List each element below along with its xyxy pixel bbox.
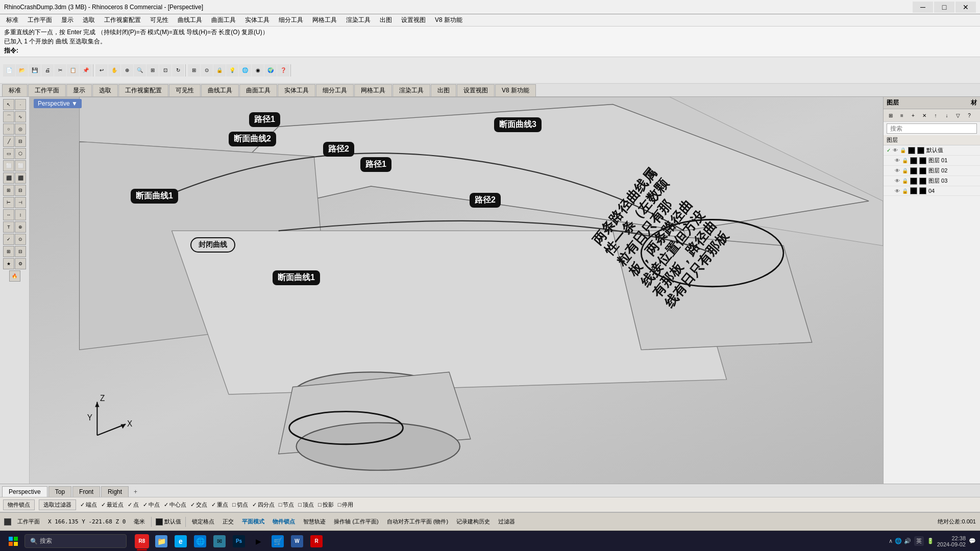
menu-chitu[interactable]: 出图 [376,15,396,26]
tray-lang[interactable]: 英 [914,536,924,546]
lt-rect1[interactable]: ▭ [3,148,14,159]
tb-cut[interactable]: ✂ [54,64,66,77]
lt-fire[interactable]: 🔥 [9,270,20,282]
status-gumball[interactable]: 操作轴 (工作平面) [332,517,380,527]
menu-wanggeggongju[interactable]: 网格工具 [308,15,341,26]
status-material-color[interactable]: 默认值 [156,518,181,525]
snap-vertex[interactable]: □顶点 [298,501,314,509]
status-filter[interactable]: 过滤器 [496,517,517,527]
tb-paste[interactable]: 📌 [80,64,92,77]
lt-t1[interactable]: T [3,221,14,233]
tab-chitu[interactable]: 出图 [431,84,456,96]
tb-lock[interactable]: 🔒 [213,64,226,77]
lt-dim2[interactable]: ⊣ [15,197,26,208]
rp-btn-up[interactable]: ↑ [930,110,941,120]
start-button[interactable] [4,532,22,550]
lt-t2[interactable]: ⊕ [15,221,26,233]
tb-help[interactable]: ❓ [277,64,289,77]
status-workplane[interactable]: 工作平面 [15,517,42,527]
snap-section-objsnap[interactable]: 物件锁点 [3,499,35,510]
taskbar-rhino-badge[interactable]: R8 [133,532,151,550]
tb-zoom-win[interactable]: 🔍 [134,64,146,77]
tray-volume[interactable]: 🔊 [904,538,911,544]
lt-grid1[interactable]: ⊞ [3,246,14,257]
view-tab-right[interactable]: Right [101,486,129,497]
lt-circle1[interactable]: ○ [3,123,14,135]
taskbar-app-mail[interactable]: ✉ [210,532,229,550]
tab-xifen[interactable]: 细分工具 [316,84,354,96]
tb-save[interactable]: 💾 [29,64,41,77]
viewport-perspective-label[interactable]: Perspective ▼ [34,99,82,108]
status-smarttrack[interactable]: 智慧轨迹 [301,517,328,527]
tb-undo[interactable]: ↩ [95,64,108,77]
status-history[interactable]: 记录建构历史 [454,517,492,527]
lt-rect2[interactable]: ⬡ [15,148,26,159]
snap-point[interactable]: ✓点 [128,501,139,509]
tb-print[interactable]: 🖨 [41,64,54,77]
tab-xuanqu[interactable]: 选取 [92,84,118,96]
lt-curve1[interactable]: ⌒ [3,111,14,122]
snap-disable[interactable]: □停用 [338,501,354,509]
menu-xifengongju[interactable]: 细分工具 [275,15,307,26]
menu-gongzuoshichuang[interactable]: 工作视窗配置 [100,15,145,26]
lt-solid1[interactable]: ⬛ [3,172,14,184]
snap-midpoint[interactable]: ✓中点 [143,501,160,509]
lt-line2[interactable]: ⊟ [15,136,26,147]
rp-btn-delete[interactable]: ✕ [919,110,929,120]
menu-qumianggongju[interactable]: 曲面工具 [207,15,240,26]
snap-endpoint[interactable]: ✓端点 [80,501,97,509]
tab-shiti[interactable]: 实体工具 [278,84,315,96]
status-unit[interactable]: 毫米 [132,517,147,527]
lt-surf1[interactable]: ⬜ [3,160,14,171]
tray-chevron[interactable]: ∧ [889,538,893,544]
tb-zoom2[interactable]: ⊡ [159,64,172,77]
snap-knot[interactable]: □节点 [279,501,295,509]
snap-nearest[interactable]: ✓最近点 [101,501,124,509]
menu-biaozhun[interactable]: 标准 [2,15,22,26]
rp-btn-list[interactable]: ≡ [897,110,907,120]
tab-v8[interactable]: V8 新功能 [495,84,536,96]
tb-open[interactable]: 📂 [16,64,28,77]
tb-light[interactable]: 💡 [226,64,238,77]
tab-xuanran[interactable]: 渲染工具 [393,84,430,96]
tb-cursor[interactable]: ⊕ [121,64,133,77]
view-tab-front[interactable]: Front [72,486,100,497]
menu-shitijongju[interactable]: 实体工具 [241,15,274,26]
taskbar-app-store[interactable]: 🛒 [268,532,287,550]
layer-row-02[interactable]: 👁 🔒 图层 02 [884,166,980,176]
snap-project[interactable]: □投影 [318,501,334,509]
layer-row-default[interactable]: ✓ 👁 🔒 默认值 [884,145,980,156]
taskbar-clock[interactable]: 22:38 2024-09-02 [937,535,966,547]
tray-notification[interactable]: 💬 [969,538,976,544]
lt-extra2[interactable]: ⊙ [15,234,26,245]
status-color-swatch[interactable] [4,518,11,525]
lt-extra1[interactable]: ✓ [3,234,14,245]
tb-grid[interactable]: ⊞ [188,64,200,77]
tb-material[interactable]: ◉ [252,64,264,77]
lt-spec1[interactable]: ★ [3,258,14,269]
tab-biaozhun[interactable]: 标准 [2,84,28,96]
snap-intersect[interactable]: ✓交点 [190,501,207,509]
layer-row-01[interactable]: 👁 🔒 图层 01 [884,156,980,166]
status-lockgrid[interactable]: 锁定格点 [190,517,216,527]
menu-shezhi[interactable]: 设置视图 [397,15,430,26]
tb-new[interactable]: 📄 [3,64,15,77]
status-autoalign[interactable]: 自动对齐工作平面 (物件) [385,517,450,527]
snap-section-filter[interactable]: 选取过滤器 [39,499,76,510]
tab-qumian[interactable]: 曲面工具 [239,84,277,96]
taskbar-app-file[interactable]: 📁 [152,532,170,550]
lt-line1[interactable]: ╱ [3,136,14,147]
tb-snap[interactable]: ⊙ [201,64,213,77]
lt-trans2[interactable]: ↕ [15,209,26,220]
tab-wangge[interactable]: 网格工具 [354,84,392,96]
rp-btn-help[interactable]: ? [964,110,974,120]
taskbar-search[interactable]: 🔍 搜索 [24,534,127,548]
snap-tangent[interactable]: □切点 [232,501,248,509]
tab-quxian[interactable]: 曲线工具 [201,84,239,96]
view-tab-top[interactable]: Top [48,486,71,497]
snap-center[interactable]: ✓中心点 [164,501,186,509]
menu-xuanqu[interactable]: 选取 [79,15,99,26]
tab-kejianxing[interactable]: 可见性 [169,84,201,96]
snap-perp[interactable]: ✓重点 [211,501,228,509]
lt-dim1[interactable]: ⊢ [3,197,14,208]
